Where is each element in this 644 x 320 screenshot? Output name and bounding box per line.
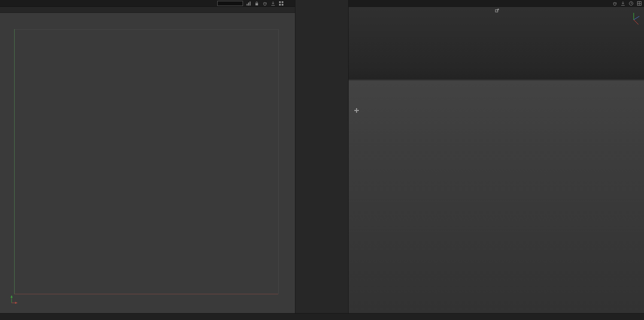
chart-icon[interactable] xyxy=(246,1,251,6)
menubar-right-controls xyxy=(217,1,295,6)
status-bar xyxy=(0,313,644,320)
project-dropdown[interactable] xyxy=(217,1,243,6)
uv-editor-tab[interactable] xyxy=(0,7,295,13)
hand-icon[interactable] xyxy=(612,1,617,6)
uv-axis-widget xyxy=(9,294,21,307)
grid-icon[interactable] xyxy=(637,1,642,6)
uv-tools-panel xyxy=(295,0,349,313)
uv-editor-canvas[interactable] xyxy=(0,13,295,313)
uv-islands-wireframe[interactable] xyxy=(0,13,295,313)
main-menubar xyxy=(0,0,295,7)
viewport-menubar xyxy=(349,0,644,7)
move-icon xyxy=(354,108,359,113)
lock-icon[interactable] xyxy=(254,1,259,6)
3d-scene[interactable] xyxy=(349,7,644,313)
view-axis-gizmo[interactable] xyxy=(626,9,643,28)
camera-switch-icon xyxy=(495,9,499,12)
download-icon[interactable] xyxy=(270,1,276,6)
download-icon[interactable] xyxy=(620,1,626,6)
active-tool-indicator[interactable] xyxy=(351,108,359,113)
grid-icon[interactable] xyxy=(279,1,284,6)
camera-selector[interactable] xyxy=(349,8,644,13)
3d-viewport[interactable] xyxy=(349,7,644,313)
viewport-menubar-icons xyxy=(612,1,644,6)
history-clock-icon[interactable] xyxy=(629,1,634,6)
hand-icon[interactable] xyxy=(262,1,267,6)
